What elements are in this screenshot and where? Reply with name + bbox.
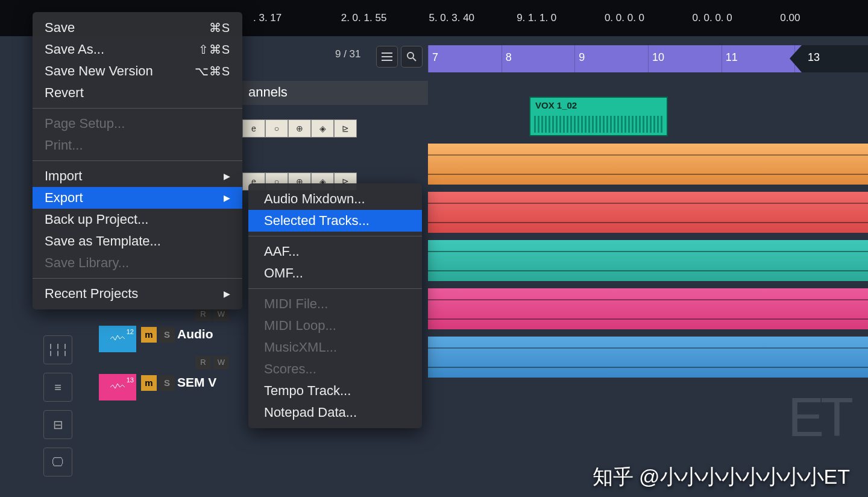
position-2: 2. 0. 1. 55	[341, 12, 429, 24]
track-list: R W 12 m S Audio R W 13 m S SEM V	[99, 305, 244, 402]
submenu-musicxml: MusicXML...	[248, 337, 422, 358]
ruler-mark: 8	[502, 45, 575, 72]
menu-save-template[interactable]: Save as Template...	[33, 230, 242, 252]
submenu-omf[interactable]: OMF...	[248, 262, 422, 284]
track-lane[interactable]	[428, 240, 868, 281]
file-menu: Save⌘S Save As...⇧⌘S Save New Version⌥⌘S…	[33, 12, 242, 309]
channel-counter: 9 / 31	[335, 48, 361, 60]
solo-button[interactable]: S	[159, 327, 175, 343]
side-toolbar: ╎╎╎ ≡ ⊟ 🖵	[43, 335, 80, 485]
track-color[interactable]: 13	[99, 374, 136, 400]
menu-separator	[33, 108, 242, 109]
svg-point-0	[407, 52, 414, 59]
clip-label: VOX 1_02	[535, 100, 577, 110]
tool-edit-icon[interactable]: e	[242, 119, 265, 138]
submenu-midi-loop: MIDI Loop...	[248, 315, 422, 337]
position-1: . 3. 17	[253, 12, 341, 24]
submenu-audio-mixdown[interactable]: Audio Mixdown...	[248, 188, 422, 210]
position-3: 5. 0. 3. 40	[429, 12, 517, 24]
ruler-mark: 9	[574, 45, 648, 72]
ruler-end: 13	[802, 45, 868, 72]
submenu-midi-file: MIDI File...	[248, 293, 422, 315]
search-button[interactable]	[401, 46, 423, 68]
menu-separator	[248, 288, 422, 289]
menu-revert[interactable]: Revert	[33, 82, 242, 104]
menu-import[interactable]: Import▶	[33, 165, 242, 187]
track-row[interactable]: R W 13 m S SEM V	[99, 353, 244, 398]
menu-separator	[33, 278, 242, 279]
menu-separator	[248, 236, 422, 236]
sliders-icon[interactable]: ≡	[43, 373, 72, 402]
split-icon[interactable]: ⊟	[43, 410, 72, 439]
menu-separator	[33, 160, 242, 161]
read-button[interactable]: R	[195, 356, 211, 369]
write-button[interactable]: W	[213, 356, 229, 369]
track-lane[interactable]	[428, 288, 868, 329]
channels-header: annels	[242, 81, 428, 105]
track-number: 13	[127, 376, 134, 384]
position-4: 9. 1. 1. 0	[517, 12, 605, 24]
submenu-arrow-icon: ▶	[224, 193, 230, 203]
tool-pan-icon[interactable]: ⊕	[288, 119, 311, 138]
ruler-mark: 7	[428, 45, 502, 72]
submenu-aaf[interactable]: AAF...	[248, 241, 422, 262]
channel-toolbar-1: e ○ ⊕ ◈ ⊵	[242, 119, 357, 140]
ruler-mark: 11	[722, 45, 795, 72]
watermark-text: 知乎 @小小小小小小小小ET	[593, 463, 850, 491]
submenu-arrow-icon: ▶	[224, 171, 230, 181]
menu-print: Print...	[33, 135, 242, 156]
track-color[interactable]: 12	[99, 326, 136, 352]
mute-button[interactable]: m	[141, 375, 157, 391]
menu-export[interactable]: Export▶	[33, 187, 242, 209]
list-view-button[interactable]	[376, 46, 398, 68]
track-lane[interactable]	[428, 192, 868, 233]
track-name: SEM V	[177, 375, 216, 390]
export-submenu: Audio Mixdown... Selected Tracks... AAF.…	[248, 183, 422, 428]
track-row[interactable]: R W 12 m S Audio	[99, 305, 244, 350]
menu-backup-project[interactable]: Back up Project...	[33, 209, 242, 230]
menu-save-as[interactable]: Save As...⇧⌘S	[33, 39, 242, 60]
rw-buttons: R W	[195, 356, 229, 369]
ruler-mark: 10	[648, 45, 722, 72]
shortcut: ⇧⌘S	[198, 42, 230, 57]
tool-circle-icon[interactable]: ○	[265, 119, 288, 138]
menu-save[interactable]: Save⌘S	[33, 17, 242, 39]
track-number: 12	[127, 328, 134, 335]
watermark-logo: ET	[788, 387, 850, 449]
read-button[interactable]: R	[195, 308, 211, 321]
submenu-selected-tracks[interactable]: Selected Tracks...	[248, 210, 422, 232]
eq-icon[interactable]: ╎╎╎	[43, 335, 72, 364]
track-lane[interactable]	[428, 337, 868, 378]
position-6: 0. 0. 0. 0	[693, 12, 781, 24]
mute-button[interactable]: m	[141, 327, 157, 343]
submenu-arrow-icon: ▶	[224, 289, 230, 299]
menu-save-new-version[interactable]: Save New Version⌥⌘S	[33, 60, 242, 82]
position-5: 0. 0. 0. 0	[605, 12, 693, 24]
tool-diamond-icon[interactable]: ◈	[311, 119, 334, 138]
menu-recent-projects[interactable]: Recent Projects▶	[33, 283, 242, 305]
monitor-icon[interactable]: 🖵	[43, 448, 72, 476]
submenu-scores: Scores...	[248, 358, 422, 380]
position-7: 0.00	[780, 12, 868, 24]
waveform-icon	[534, 116, 663, 133]
tool-send-icon[interactable]: ⊵	[334, 119, 357, 138]
track-lane[interactable]	[428, 144, 868, 185]
menu-save-library: Save Library...	[33, 252, 242, 274]
rw-buttons: R W	[195, 308, 229, 321]
audio-clip-vox[interactable]: VOX 1_02	[529, 97, 668, 136]
solo-button[interactable]: S	[159, 375, 175, 391]
write-button[interactable]: W	[213, 308, 229, 321]
shortcut: ⌘S	[209, 21, 230, 35]
submenu-tempo-track[interactable]: Tempo Track...	[248, 380, 422, 402]
menu-page-setup: Page Setup...	[33, 113, 242, 135]
track-name: Audio	[177, 327, 213, 341]
submenu-notepad-data[interactable]: Notepad Data...	[248, 402, 422, 423]
shortcut: ⌥⌘S	[195, 64, 230, 78]
